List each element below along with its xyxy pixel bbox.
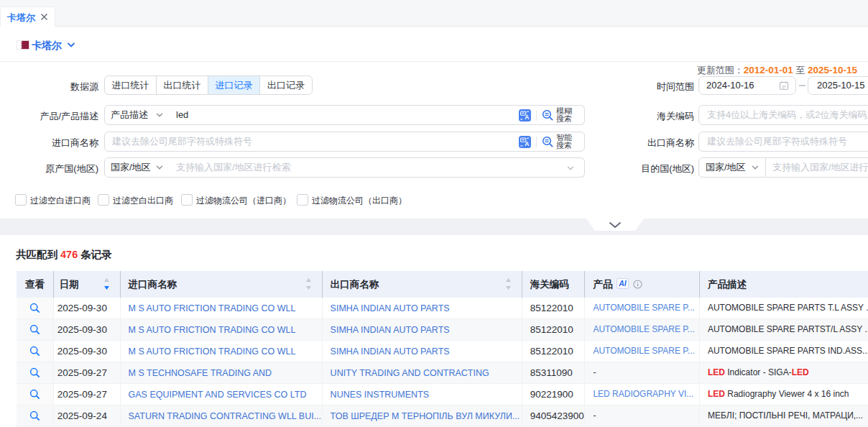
svg-text:A: A [525,114,529,121]
svg-text:A: A [525,140,529,147]
